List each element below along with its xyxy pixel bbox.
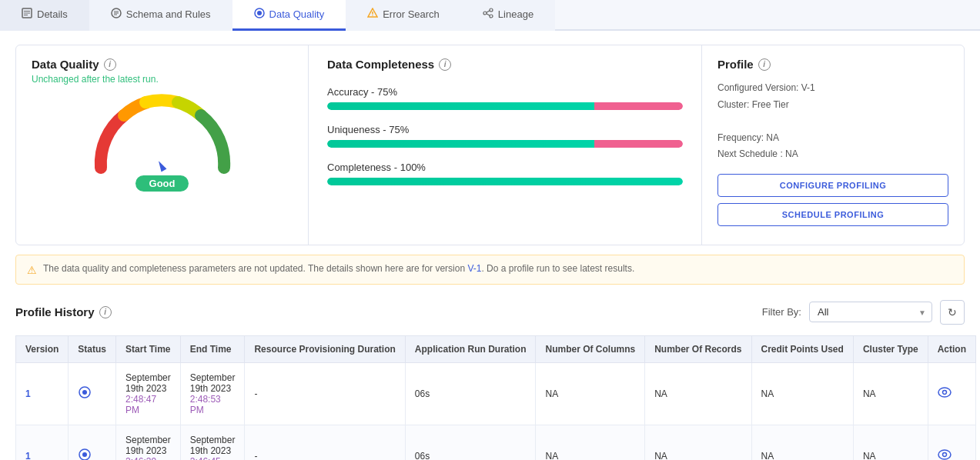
- tabs-bar: Details Schema and Rules Data Quality Er…: [0, 0, 980, 31]
- refresh-button[interactable]: ↻: [940, 300, 965, 325]
- profile-next-schedule: Next Schedule : NA: [717, 146, 948, 163]
- panel-profile: Profile i Configured Version: V-1 Cluste…: [702, 45, 964, 245]
- svg-point-14: [490, 15, 493, 18]
- col-version: Version: [16, 335, 69, 362]
- filter-label: Filter By:: [762, 306, 801, 318]
- svg-point-12: [483, 12, 487, 15]
- warning-bar: ⚠ The data quality and completeness para…: [15, 255, 965, 285]
- gauge-chart: [85, 91, 239, 183]
- data-quality-icon: [254, 8, 265, 21]
- tab-details-label: Details: [37, 8, 68, 20]
- profile-cluster: Cluster: Free Tier: [717, 97, 948, 114]
- tab-schema-label: Schema and Rules: [126, 8, 211, 20]
- warning-version-link[interactable]: V-1: [467, 263, 481, 274]
- cell-status-0: [69, 362, 116, 425]
- data-quality-title: Data Quality i: [32, 58, 293, 71]
- col-num-records: Number Of Records: [645, 335, 751, 362]
- warning-text: The data quality and completeness parame…: [43, 263, 634, 274]
- profile-title: Profile i: [717, 58, 948, 71]
- svg-point-13: [490, 8, 493, 12]
- lineage-icon: [483, 8, 493, 21]
- cell-clustertype-1: NA: [853, 425, 928, 460]
- cell-numrecords-1: NA: [645, 425, 751, 460]
- col-status: Status: [69, 335, 116, 362]
- svg-point-9: [257, 11, 262, 15]
- tab-lineage-label: Lineage: [498, 8, 533, 20]
- main-content: Data Quality i Unchanged after the lates…: [0, 31, 980, 460]
- schedule-profiling-button[interactable]: SCHEDULE PROFILING: [717, 203, 948, 226]
- filter-select[interactable]: All Success Failed: [809, 302, 932, 322]
- table-row: 1 September 19th 20232:48:47 PM Septembe…: [16, 362, 976, 425]
- cell-end-1: September 19th 20232:46:45 PM: [180, 425, 245, 460]
- cell-start-1: September 19th 20232:46:39 PM: [116, 425, 181, 460]
- profile-meta: Configured Version: V-1 Cluster: Free Ti…: [717, 80, 948, 163]
- profile-info-icon[interactable]: i: [758, 58, 771, 71]
- tab-error-search[interactable]: Error Search: [346, 0, 461, 31]
- col-credit-points: Credit Points Used: [751, 335, 853, 362]
- svg-point-25: [942, 452, 946, 456]
- eye-icon-0[interactable]: [938, 387, 952, 400]
- data-quality-info-icon[interactable]: i: [104, 58, 116, 71]
- svg-point-21: [942, 390, 946, 394]
- col-num-columns: Number Of Columns: [536, 335, 645, 362]
- panel-data-completeness: Data Completeness i Accuracy - 75%: [309, 45, 702, 245]
- status-icon-1: [78, 451, 92, 460]
- col-resource-duration: Resource Provisioning Duration: [245, 335, 405, 362]
- cell-credits-0: NA: [751, 362, 853, 425]
- col-action: Action: [928, 335, 975, 362]
- top-panels: Data Quality i Unchanged after the lates…: [15, 45, 965, 245]
- cell-version-0: 1: [16, 362, 69, 425]
- warning-triangle-icon: ⚠: [27, 264, 37, 276]
- cell-status-1: [69, 425, 116, 460]
- error-icon: [367, 8, 378, 21]
- profile-version: Configured Version: V-1: [717, 80, 948, 97]
- gauge-container: Good: [32, 91, 293, 192]
- svg-point-19: [82, 390, 87, 395]
- filter-row: Filter By: All Success Failed ▼ ↻: [762, 300, 965, 325]
- cell-start-0: September 19th 20232:48:47 PM: [116, 362, 181, 425]
- data-completeness-title: Data Completeness i: [327, 58, 683, 71]
- svg-line-15: [487, 11, 490, 13]
- completeness-metric: Completeness - 100%: [327, 162, 683, 185]
- cell-credits-1: NA: [751, 425, 853, 460]
- tab-data-quality[interactable]: Data Quality: [232, 0, 346, 31]
- cell-apprun-1: 06s: [405, 425, 536, 460]
- col-end-time: End Time: [180, 335, 245, 362]
- profile-history-header: Profile History i Filter By: All Success…: [15, 300, 965, 335]
- svg-line-16: [487, 14, 490, 16]
- profile-history-info-icon[interactable]: i: [99, 306, 112, 318]
- cell-action-1[interactable]: [928, 425, 975, 460]
- accuracy-metric: Accuracy - 75%: [327, 86, 683, 110]
- uniqueness-bar: [327, 140, 683, 148]
- cell-numcols-1: NA: [536, 425, 645, 460]
- cell-numcols-0: NA: [536, 362, 645, 425]
- eye-icon-1[interactable]: [938, 449, 952, 460]
- cell-numrecords-0: NA: [645, 362, 751, 425]
- svg-point-23: [82, 452, 87, 457]
- col-start-time: Start Time: [116, 335, 181, 362]
- accuracy-bar: [327, 102, 683, 110]
- svg-point-24: [938, 450, 951, 459]
- tab-lineage[interactable]: Lineage: [461, 0, 555, 31]
- svg-point-11: [372, 15, 373, 15]
- svg-point-20: [938, 388, 951, 397]
- cell-action-0[interactable]: [928, 362, 975, 425]
- completeness-info-icon[interactable]: i: [439, 58, 451, 71]
- table-row: 1 September 19th 20232:46:39 PM Septembe…: [16, 425, 976, 460]
- tab-details[interactable]: Details: [0, 0, 89, 31]
- data-quality-subtitle: Unchanged after the latest run.: [32, 74, 293, 85]
- profile-history-table: Version Status Start Time End Time Resou…: [15, 335, 976, 460]
- configure-profiling-button[interactable]: CONFIGURE PROFILING: [717, 174, 948, 197]
- profile-history-title: Profile History i: [15, 305, 112, 318]
- svg-marker-17: [156, 159, 166, 172]
- filter-select-wrapper: All Success Failed ▼: [809, 302, 932, 322]
- cell-clustertype-0: NA: [853, 362, 928, 425]
- uniqueness-metric: Uniqueness - 75%: [327, 124, 683, 148]
- col-cluster-type: Cluster Type: [853, 335, 928, 362]
- tab-schema-rules[interactable]: Schema and Rules: [89, 0, 232, 31]
- cell-apprun-0: 06s: [405, 362, 536, 425]
- panel-data-quality: Data Quality i Unchanged after the lates…: [16, 45, 309, 245]
- completeness-bar: [327, 178, 683, 185]
- tab-error-label: Error Search: [383, 8, 440, 20]
- col-app-run-duration: Application Run Duration: [405, 335, 536, 362]
